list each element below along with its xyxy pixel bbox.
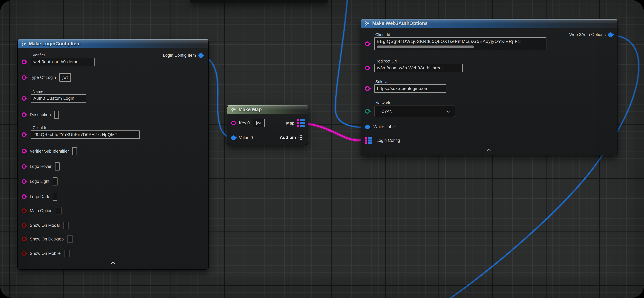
network-selected-value: CYAN <box>382 109 392 114</box>
verifier-sub-identifier-pin[interactable] <box>22 149 26 154</box>
key-0-pin[interactable] <box>231 121 236 125</box>
logo-light-field[interactable] <box>53 177 58 186</box>
main-option-pin[interactable] <box>22 208 26 213</box>
show-on-mobile-checkbox[interactable] <box>64 250 70 257</box>
show-on-modal-checkbox[interactable] <box>63 222 69 229</box>
node-title: Make Web3AuthOptions <box>372 20 428 26</box>
make-struct-icon <box>364 20 370 26</box>
node-title: Make Map <box>238 107 262 112</box>
redirect-url-pin[interactable] <box>365 66 370 70</box>
field-scrollbar[interactable] <box>377 46 474 48</box>
network-dropdown[interactable]: CYAN <box>374 106 455 117</box>
redirect-url-label: Redirect Url <box>375 59 397 64</box>
type-of-login-field[interactable]: jwt <box>60 73 71 82</box>
make-struct-icon <box>21 41 26 46</box>
network-label: Network <box>375 100 390 105</box>
show-on-mobile-pin[interactable] <box>22 251 26 256</box>
chevron-down-icon <box>446 110 450 113</box>
output-pin-label: Web 3Auth Options <box>569 32 606 37</box>
login-config-item-output-pin[interactable] <box>198 53 203 58</box>
verifier-sub-identifier-label: Verifier Sub Identifier <box>30 149 69 154</box>
description-pin[interactable] <box>22 112 26 117</box>
network-pin[interactable] <box>365 109 370 114</box>
chevron-up-icon <box>111 262 115 264</box>
verifier-label: Verifier <box>32 53 45 58</box>
show-on-modal-label: Show On Modal <box>30 223 60 228</box>
sdk-url-field[interactable]: https://sdk.openlogin.com <box>374 84 446 93</box>
client-id-label: Client Id <box>32 125 48 130</box>
offscreen-node-bottom-edge <box>190 0 328 3</box>
add-pin-label: Add pin <box>280 135 296 140</box>
key-0-label: Key 0 <box>239 121 250 126</box>
make-map-icon <box>230 107 236 112</box>
output-pin-label: Login Config Item <box>163 53 196 58</box>
value-0-label: Value 0 <box>239 135 253 140</box>
logo-hover-pin[interactable] <box>22 164 26 169</box>
sdk-url-label: Sdk Url <box>375 79 388 84</box>
node-make-login-config-item[interactable]: Make LoginConfigItem Login Config Item V… <box>17 39 209 270</box>
node-header[interactable]: Make Web3AuthOptions <box>361 19 617 28</box>
show-on-desktop-checkbox[interactable] <box>67 235 73 243</box>
client-id-field[interactable]: 294QRkchfq2YaXUbPri7D6PH7xzHgQMT <box>31 130 140 139</box>
show-on-desktop-pin[interactable] <box>22 237 26 242</box>
name-field[interactable]: Auth0 Custom Login <box>31 94 86 102</box>
node-make-map[interactable]: Make Map Key 0 jwt Map Value 0 Add pin <box>227 105 308 145</box>
wire-map-to-login-config <box>304 124 366 140</box>
logo-dark-pin[interactable] <box>22 194 26 199</box>
white-label-pin[interactable] <box>365 125 370 129</box>
type-of-login-pin[interactable] <box>22 75 26 80</box>
map-output-pin[interactable] <box>297 120 305 127</box>
chevron-up-icon <box>487 148 492 151</box>
redirect-url-field[interactable]: w3a://com.w3a.Web3AuthUnreal <box>374 64 463 72</box>
verifier-field[interactable]: web3auth-auth0-demo <box>31 58 95 66</box>
login-config-pin[interactable] <box>365 137 372 144</box>
verifier-pin[interactable] <box>22 60 26 64</box>
blueprint-graph-canvas[interactable]: Make LoginConfigItem Login Config Item V… <box>0 0 644 298</box>
client-id-pin[interactable] <box>365 42 370 46</box>
description-field[interactable] <box>54 111 59 119</box>
show-on-mobile-label: Show On Mobile <box>30 251 61 256</box>
key-0-field[interactable]: jwt <box>253 119 265 127</box>
show-on-modal-pin[interactable] <box>22 223 26 228</box>
web3auth-options-output-pin[interactable] <box>608 32 613 37</box>
name-label: Name <box>32 89 43 94</box>
login-config-label: Login Config <box>376 138 400 143</box>
logo-light-label: Logo Light <box>30 179 50 184</box>
main-option-checkbox[interactable] <box>56 207 62 214</box>
logo-dark-label: Logo Dark <box>30 194 49 199</box>
node-header[interactable]: Make Map <box>228 105 308 114</box>
collapse-node-button[interactable] <box>111 262 115 265</box>
main-option-label: Main Option <box>30 208 52 213</box>
client-id-label: Client Id <box>375 32 390 37</box>
node-header[interactable]: Make LoginConfigItem <box>18 39 208 48</box>
logo-hover-field[interactable] <box>55 162 60 170</box>
description-label: Description <box>30 112 51 117</box>
white-label-label: White Label <box>374 124 396 129</box>
node-title: Make LoginConfigItem <box>29 41 80 46</box>
logo-hover-label: Logo Hover <box>30 164 52 169</box>
client-id-field[interactable]: BEglQSgt4cUWcj6SKRdu5QkOXTsePmMcusG5EAoy… <box>374 37 546 50</box>
plus-circle-icon <box>298 135 304 140</box>
value-0-pin[interactable] <box>231 136 236 140</box>
node-make-web3auth-options[interactable]: Make Web3AuthOptions Web 3Auth Options C… <box>361 18 618 156</box>
logo-light-pin[interactable] <box>22 179 26 184</box>
client-id-pin[interactable] <box>22 132 26 137</box>
collapse-node-button[interactable] <box>487 148 492 152</box>
type-of-login-label: Type Of Login <box>30 75 56 80</box>
sdk-url-pin[interactable] <box>365 86 370 91</box>
map-output-label: Map <box>286 121 294 126</box>
verifier-sub-identifier-field[interactable] <box>72 147 77 155</box>
show-on-desktop-label: Show On Desktop <box>30 237 64 242</box>
add-pin-button[interactable]: Add pin <box>280 135 304 140</box>
name-pin[interactable] <box>22 96 26 101</box>
logo-dark-field[interactable] <box>53 193 57 201</box>
